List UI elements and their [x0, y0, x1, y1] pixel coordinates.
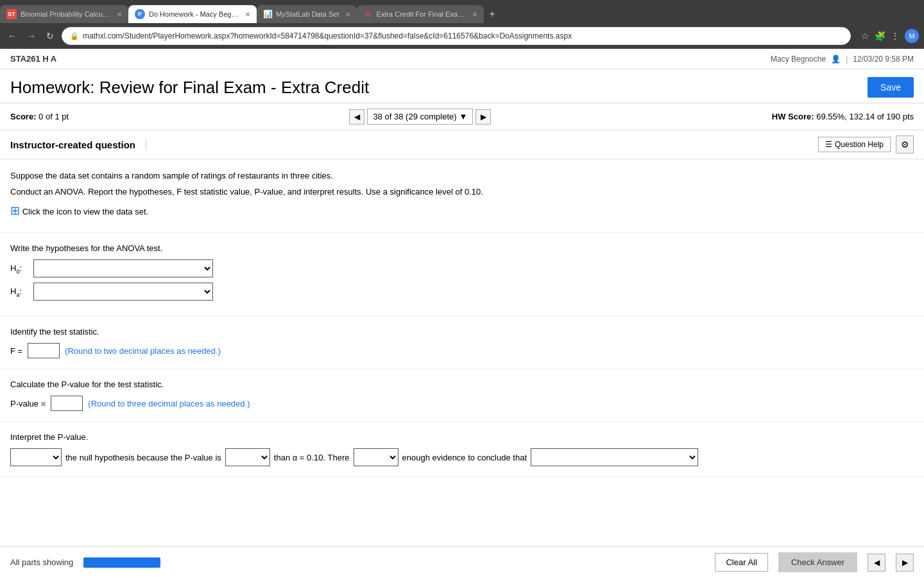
ha-row: Ha: All population means are equal At le… [10, 283, 914, 301]
username: Macy Begnoche [771, 55, 826, 64]
list-icon: ☰ [825, 140, 832, 149]
interpret-label: Interpret the P-value. [10, 432, 914, 442]
all-parts-label: All parts showing [10, 557, 73, 567]
next-question-button[interactable]: ▶ [475, 109, 491, 125]
question-title: Instructor-created question [10, 139, 146, 150]
evidence-select[interactable]: is is not [354, 448, 398, 466]
tab-label-mystatlab: MyStatLab Data Set [276, 10, 339, 18]
tab-icon-mystatlab: 📊 [263, 10, 272, 19]
save-button[interactable]: Save [868, 77, 914, 98]
profile-avatar[interactable]: M [905, 29, 919, 43]
footer-bar: All parts showing Clear All Check Answer… [0, 546, 924, 578]
progress-bar [83, 557, 160, 568]
interpret-row: Reject Fail to reject the null hypothesi… [10, 448, 914, 466]
footer-prev-button[interactable]: ◀ [868, 554, 886, 572]
page-title: Homework: Review for Final Exam - Extra … [10, 78, 369, 98]
tab-close-extracredit[interactable]: ✕ [472, 11, 477, 18]
site-title: STA261 H A [10, 54, 56, 64]
question-help-button[interactable]: ☰ Question Help [818, 137, 891, 152]
question-header: Instructor-created question ☰ Question H… [0, 130, 924, 159]
ha-label: Ha: [10, 286, 30, 298]
tab-mystatlab[interactable]: 📊 MyStatLab Data Set ✕ [257, 5, 357, 23]
h0-select[interactable]: All population means are equal At least … [33, 259, 213, 277]
tab-label-binomial: Binomial Probability Calculator [21, 10, 110, 18]
extension-icon[interactable]: 🧩 [875, 31, 886, 41]
f-label: F = [10, 346, 22, 356]
hw-score-value: 69.55%, 132.14 of 190 pts [816, 112, 914, 121]
question-nav-controls: ◀ 38 of 38 (29 complete) ▼ ▶ [349, 109, 491, 125]
f-statistic-row: F = (Round to two decimal places as need… [10, 343, 914, 358]
reject-select[interactable]: Reject Fail to reject [10, 448, 62, 466]
gear-icon: ⚙ [901, 139, 909, 150]
clear-all-button[interactable]: Clear All [715, 553, 767, 572]
pvalue-label: Calculate the P-value for the test stati… [10, 380, 914, 389]
tab-icon-extracredit: ⚙ [363, 10, 372, 19]
back-button[interactable]: ← [5, 30, 19, 42]
tab-close-mystatlab[interactable]: ✕ [345, 11, 350, 18]
tab-label-extracredit: Extra Credit For Final Exam Re... [376, 10, 466, 18]
tab-bar: ST Binomial Probability Calculator ✕ P D… [0, 0, 924, 23]
page-title-area: Homework: Review for Final Exam - Extra … [0, 69, 924, 103]
browser-right-icons: ☆ 🧩 ⋮ M [861, 29, 919, 43]
conclusion-select[interactable]: at least one population mean is differen… [531, 448, 698, 466]
forward-button[interactable]: → [24, 30, 38, 42]
question-nav-text: 38 of 38 (29 complete) [373, 112, 456, 121]
tab-icon-binomial: ST [6, 9, 17, 19]
divider: | [846, 55, 848, 64]
menu-icon[interactable]: ⋮ [891, 31, 900, 41]
tab-homework[interactable]: P Do Homework - Macy Begnoc... ✕ [128, 5, 257, 23]
address-bar-row: ← → ↻ 🔒 mathxl.com/Student/PlayerHomewor… [0, 23, 924, 49]
hypothesis-section-label: Write the hypotheses for the ANOVA test. [10, 243, 914, 253]
instruction-line-1: Suppose the data set contains a random s… [10, 170, 914, 183]
new-tab-button[interactable]: + [489, 5, 495, 23]
dropdown-arrow-icon: ▼ [459, 112, 468, 121]
hypothesis-section: Write the hypotheses for the ANOVA test.… [0, 233, 924, 317]
f-value-input[interactable] [28, 343, 60, 358]
user-icon: 👤 [831, 55, 841, 64]
h0-label: H0: [10, 263, 30, 275]
bookmark-icon[interactable]: ☆ [861, 31, 869, 41]
site-user-info: Macy Begnoche 👤 | 12/03/20 9:58 PM [771, 55, 914, 64]
score-row: Score: 0 of 1 pt ◀ 38 of 38 (29 complete… [0, 103, 924, 130]
interpret-text1: the null hypothesis because the P-value … [65, 453, 221, 462]
interpret-text2: than α = 0.10. There [274, 453, 350, 462]
hw-score-label: HW Score: [772, 112, 814, 121]
pvalue-hint: (Round to three decimal places as needed… [88, 399, 250, 408]
tab-close-binomial[interactable]: ✕ [117, 11, 122, 18]
test-statistic-label: Identify the test statistic. [10, 327, 914, 337]
data-icon[interactable]: ⊞ [10, 202, 20, 220]
settings-button[interactable]: ⚙ [896, 136, 914, 153]
grid-icon: ⊞ [10, 202, 20, 220]
tab-binomial[interactable]: ST Binomial Probability Calculator ✕ [0, 5, 128, 23]
lock-icon: 🔒 [70, 32, 79, 40]
pvalue-section: Calculate the P-value for the test stati… [0, 369, 924, 422]
pvalue-input[interactable] [51, 396, 83, 411]
check-answer-button[interactable]: Check Answer [778, 552, 857, 572]
question-selector[interactable]: 38 of 38 (29 complete) ▼ [367, 109, 473, 125]
tab-close-homework[interactable]: ✕ [245, 11, 250, 18]
score-display: Score: 0 of 1 pt [10, 112, 69, 121]
main-content: Homework: Review for Final Exam - Extra … [0, 69, 924, 578]
browser-chrome: ST Binomial Probability Calculator ✕ P D… [0, 0, 924, 49]
question-help-label: Question Help [835, 140, 884, 149]
hw-score-display: HW Score: 69.55%, 132.14 of 190 pts [772, 112, 914, 121]
test-statistic-section: Identify the test statistic. F = (Round … [0, 317, 924, 369]
prev-question-button[interactable]: ◀ [349, 109, 364, 125]
pvalue-prefix: P-value = [10, 399, 46, 408]
address-bar[interactable]: 🔒 mathxl.com/Student/PlayerHomework.aspx… [62, 27, 851, 45]
question-instructions: Suppose the data set contains a random s… [0, 159, 924, 233]
comparison-select[interactable]: less greater [225, 448, 270, 466]
interpret-section: Interpret the P-value. Reject Fail to re… [0, 422, 924, 477]
f-hint: (Round to two decimal places as needed.) [65, 346, 221, 356]
tab-extracredit[interactable]: ⚙ Extra Credit For Final Exam Re... ✕ [357, 5, 484, 23]
instruction-line-3: ⊞ Click the icon to view the data set. [10, 202, 914, 220]
h0-row: H0: All population means are equal At le… [10, 259, 914, 277]
instruction-line-2: Conduct an ANOVA. Report the hypotheses,… [10, 186, 914, 199]
footer-next-button[interactable]: ▶ [896, 554, 914, 572]
score-label: Score: [10, 112, 36, 121]
interpret-text3: enough evidence to conclude that [402, 453, 527, 462]
reload-button[interactable]: ↻ [44, 30, 56, 42]
question-text: Suppose the data set contains a random s… [10, 170, 914, 220]
score-value: 0 of 1 pt [38, 112, 69, 121]
ha-select[interactable]: All population means are equal At least … [33, 283, 213, 301]
